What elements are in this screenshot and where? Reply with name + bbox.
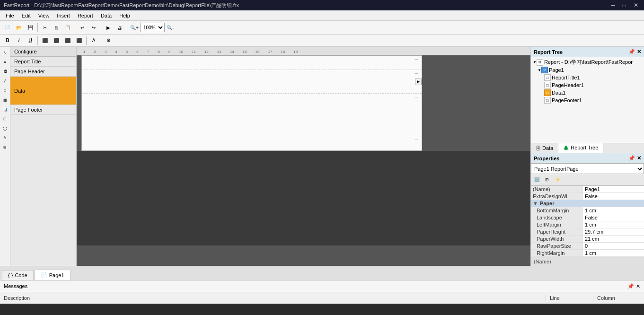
close-tree-icon[interactable]: ✕	[637, 49, 641, 55]
tab-code[interactable]: { } Code	[2, 270, 34, 280]
prop-val-extradesign[interactable]: False	[583, 193, 644, 200]
open-button[interactable]: 📂	[14, 22, 24, 33]
cut-button[interactable]: ✂	[40, 22, 50, 33]
menu-file[interactable]: File	[2, 12, 18, 19]
close-button[interactable]: ✕	[632, 2, 640, 9]
minimize-button[interactable]: ─	[609, 2, 617, 9]
prop-key-bottommargin: BottomMargin	[531, 207, 583, 214]
undo-button[interactable]: ↩	[77, 22, 88, 33]
page-header-expand[interactable]: ▶	[415, 79, 422, 85]
new-button[interactable]: 📄	[2, 22, 13, 33]
richtext-tool[interactable]: ✎	[1, 133, 9, 142]
prop-val-rightmargin[interactable]: 1 cm	[583, 250, 644, 257]
close-messages-icon[interactable]: ✕	[636, 283, 640, 289]
pin-messages-icon[interactable]: 📌	[627, 283, 634, 289]
underline-button[interactable]: U	[25, 35, 35, 46]
report-title-band-canvas[interactable]: ─	[82, 56, 422, 70]
prop-val-paperwidth[interactable]: 21 cm	[583, 236, 644, 243]
paper-expand-icon[interactable]: ▼	[533, 201, 538, 206]
line-tool[interactable]: ╱	[1, 77, 9, 85]
band-page-header[interactable]: Page Header	[10, 67, 76, 77]
rect-tool[interactable]: □	[1, 86, 9, 95]
prop-val-landscape[interactable]: False	[583, 214, 644, 221]
save-button[interactable]: 💾	[25, 22, 35, 33]
tab-data[interactable]: 🗄 Data	[531, 143, 558, 153]
ruler-tick: 9	[168, 50, 170, 54]
close-props-icon[interactable]: ✕	[637, 155, 641, 161]
picture-tool[interactable]: 🖼	[1, 67, 9, 76]
tab-report-tree[interactable]: 🌲 Report Tree	[558, 143, 603, 153]
paste-button[interactable]: 📋	[62, 22, 73, 33]
pin-icon[interactable]: 📌	[628, 49, 635, 55]
table-tool[interactable]: ⊞	[1, 143, 9, 151]
page-canvas[interactable]: ─ ─ ▶ ─ ─	[81, 55, 422, 151]
ruler-tick: 14	[230, 50, 234, 54]
page-header-band-canvas[interactable]: ─ ▶	[82, 70, 422, 94]
expand-root[interactable]: ▼	[533, 60, 537, 64]
tree-node-reporttitle1[interactable]: □ ReportTitle1	[532, 74, 643, 81]
font-color-button[interactable]: A	[88, 35, 99, 46]
canvas-area[interactable]: 1 2 3 4 5 6 7 8 9 10 11 12 13 14 15 16 1…	[77, 47, 530, 266]
ruler-tick: 17	[268, 50, 272, 54]
zoom-out-button[interactable]: 🔍-	[165, 22, 176, 33]
menu-data[interactable]: Data	[97, 12, 115, 19]
prop-val-bottommargin[interactable]: 1 cm	[583, 207, 644, 214]
band-data[interactable]: Data	[10, 77, 76, 105]
ruler-tick: 19	[293, 50, 298, 54]
zoom-select[interactable]: 100% 75% 150%	[140, 23, 165, 32]
text-tool[interactable]: A	[1, 58, 9, 66]
tab-page1[interactable]: 📄 Page1	[35, 270, 71, 280]
prop-val-rawpapersize[interactable]: 0	[583, 243, 644, 250]
tree-node-pageheader1[interactable]: □ PageHeader1	[532, 81, 643, 89]
align-center-button[interactable]: ⬛	[51, 35, 62, 46]
copy-button[interactable]: ⎘	[51, 22, 62, 33]
menu-report[interactable]: Report	[74, 12, 97, 19]
props-alphabetical-btn[interactable]: 🔡	[532, 175, 541, 184]
band-page-footer[interactable]: Page Footer	[10, 105, 76, 115]
prop-val-leftmargin[interactable]: 1 cm	[583, 221, 644, 228]
menu-edit[interactable]: Edit	[18, 12, 35, 19]
chart-tool[interactable]: 📊	[1, 105, 9, 114]
band-report-title[interactable]: Report Title	[10, 57, 76, 67]
tree-label-data1: Data1	[552, 90, 565, 96]
prop-row-bottommargin: BottomMargin 1 cm	[531, 207, 644, 214]
align-left-button[interactable]: ⬛	[40, 35, 50, 46]
tree-node-page1[interactable]: ▼ P Page1	[532, 66, 643, 74]
report-tree-controls: 📌 ✕	[628, 49, 641, 55]
prop-category-paper: ▼Paper	[531, 200, 644, 207]
menu-help[interactable]: Help	[115, 12, 134, 19]
zoom-in-button[interactable]: 🔍+	[129, 22, 140, 33]
redo-button[interactable]: ↪	[88, 22, 99, 33]
properties-object-select[interactable]: Page1 ReportPage	[531, 164, 644, 174]
tree-node-pagefooter1[interactable]: □ PageFooter1	[532, 96, 643, 104]
subreport-tool[interactable]: ⊞	[1, 114, 9, 123]
props-categorized-btn[interactable]: ⊞	[542, 175, 552, 184]
sep6	[86, 36, 87, 45]
band-label-footer: ─	[415, 137, 418, 142]
barcode-tool[interactable]: ▦	[1, 96, 9, 104]
pointer-tool[interactable]: ↖	[1, 48, 9, 57]
tree-icon-root: R	[537, 59, 543, 66]
expand-page1[interactable]: ▼	[538, 68, 541, 72]
format-button[interactable]: ⚙	[103, 35, 114, 46]
tree-node-data1[interactable]: D Data1	[532, 89, 643, 96]
data-band-canvas[interactable]: ─	[82, 94, 422, 136]
prop-val-name[interactable]: Page1	[583, 186, 644, 193]
preview-button[interactable]: ▶	[103, 22, 114, 33]
bold-button[interactable]: B	[2, 35, 13, 46]
props-events-btn[interactable]: ⚡	[553, 175, 562, 184]
prop-key-rightmargin: RightMargin	[531, 250, 583, 257]
tree-node-root[interactable]: ▼ R Report - D:\学习\fastReport\FastRepor	[532, 58, 643, 66]
ruler-tick: 1	[83, 50, 85, 54]
align-right-button[interactable]: ⬛	[62, 35, 73, 46]
align-justify-button[interactable]: ⬛	[74, 35, 84, 46]
print-button[interactable]: 🖨	[115, 22, 125, 33]
maximize-button[interactable]: □	[621, 2, 628, 9]
shape-tool[interactable]: ◯	[1, 124, 9, 132]
menu-view[interactable]: View	[35, 12, 53, 19]
page-footer-band-canvas[interactable]: ─	[82, 136, 422, 150]
menu-insert[interactable]: Insert	[53, 12, 74, 19]
italic-button[interactable]: I	[14, 35, 24, 46]
prop-val-paperheight[interactable]: 29.7 cm	[583, 228, 644, 236]
pin-props-icon[interactable]: 📌	[628, 155, 635, 161]
